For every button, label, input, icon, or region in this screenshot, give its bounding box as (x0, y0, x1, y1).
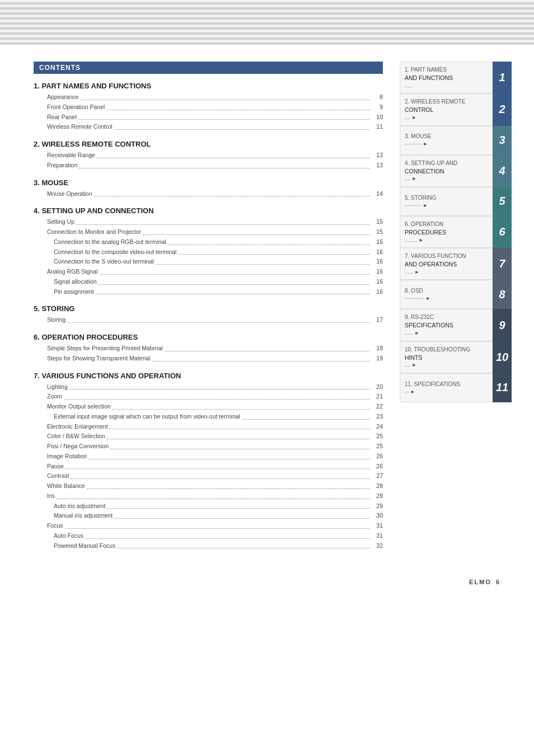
toc-page: 24 (372, 422, 383, 431)
nav-item-4[interactable]: 4. SETTING UP ANDCONNECTION.... ►4 (400, 155, 512, 187)
nav-text: 4. SETTING UP ANDCONNECTION.... ► (400, 155, 493, 187)
toc-page: 19 (372, 354, 383, 363)
toc-label: Setting Up (47, 218, 74, 227)
toc-page: 31 (372, 532, 383, 541)
nav-text: 2. WIRELESS REMOTECONTROL.... ► (400, 93, 493, 125)
nav-item-8[interactable]: 8. OSD·············· ►8 (400, 280, 512, 309)
toc-page: 23 (372, 412, 383, 421)
nav-item-7[interactable]: 7. VARIOUS FUNCTIONAND OPERATIONS...... … (400, 248, 512, 280)
nav-dots: ············ ► (405, 140, 489, 148)
toc-entry: Connection to Monitor and Projector15 (34, 227, 383, 237)
nav-item-2[interactable]: 2. WIRELESS REMOTECONTROL.... ►2 (400, 93, 512, 125)
toc-page: 15 (372, 228, 383, 237)
toc-entry: Zoom21 (34, 392, 383, 402)
toc-entry: Monitor Output selection22 (34, 402, 383, 412)
toc-page: 17 (372, 316, 383, 325)
nav-dots: ......... ► (405, 237, 489, 244)
nav-num: 5. STORING (405, 194, 489, 202)
toc-entry: Setting Up15 (34, 217, 383, 227)
nav-item-11[interactable]: 11. SPECIFICATIONS··· ►11 (400, 373, 512, 402)
nav-badge: 6 (493, 216, 512, 248)
toc-label: Connection to Monitor and Projector (47, 228, 141, 237)
toc-label: Pause (47, 462, 64, 471)
toc-page: 25 (372, 442, 383, 451)
toc-entry: Iris29 (34, 491, 383, 501)
toc-label: Manual iris adjustment (54, 511, 113, 520)
toc-column: CONTENTS 1. PART NAMES AND FUNCTIONSAppe… (34, 62, 383, 551)
toc-label: Posi / Nega Conversion (47, 442, 109, 451)
nav-item-3[interactable]: 3. MOUSE············ ►3 (400, 126, 512, 155)
brand-logo: ELMO (469, 579, 491, 585)
section-title-s1: 1. PART NAMES AND FUNCTIONS (34, 82, 383, 90)
toc-entry: White Balance28 (34, 481, 383, 491)
nav-num: 3. MOUSE (405, 133, 489, 140)
nav-dots: ·············· ► (405, 295, 489, 302)
toc-page: 29 (372, 502, 383, 511)
nav-text: 9. RS-232CSPECIFICATIONS...... ► (400, 309, 493, 341)
nav-item-6[interactable]: 6. OPERATIONPROCEDURES......... ►6 (400, 216, 512, 248)
toc-entry: Posi / Nega Conversion25 (34, 442, 383, 452)
page-number: 6 (496, 579, 500, 585)
toc-label: Connection to the composite video-out te… (54, 248, 176, 257)
toc-entry: External input image signal which can be… (34, 412, 383, 422)
toc-page: 26 (372, 452, 383, 461)
toc-label: Pin assignment (54, 288, 94, 297)
toc-label: Monitor Output selection (47, 402, 111, 411)
section-title-s2: 2. WIRELESS REMOTE CONTROL (34, 140, 383, 148)
toc-entry: Simple Steps for Presenting Printed Mate… (34, 344, 383, 354)
toc-entry: Wireless Remote Control11 (34, 122, 383, 132)
toc-entry: Front Operation Panel9 (34, 102, 383, 112)
section-title-s6: 6. OPERATION PROCEDURES (34, 333, 383, 341)
nav-item-5[interactable]: 5. STORING············ ►5 (400, 187, 512, 216)
toc-label: Electronic Enlargement (47, 422, 108, 431)
nav-item-9[interactable]: 9. RS-232CSPECIFICATIONS...... ►9 (400, 309, 512, 341)
toc-page: 16 (372, 278, 383, 287)
toc-entry: Auto iris adjustment29 (34, 501, 383, 511)
toc-page: 20 (372, 383, 383, 392)
toc-page: 11 (372, 123, 383, 132)
nav-badge: 10 (493, 341, 512, 373)
toc-page: 30 (372, 511, 383, 520)
nav-badge: 9 (493, 309, 512, 341)
section-title-s3: 3. MOUSE (34, 179, 383, 187)
nav-badge: 2 (493, 93, 512, 125)
nav-badge: 1 (493, 62, 512, 93)
nav-text: 11. SPECIFICATIONS··· ► (400, 373, 493, 402)
toc-entry: Appearance8 (34, 92, 383, 102)
toc-page: 8 (372, 93, 383, 102)
toc-entry: Connection to the analog RGB-out termina… (34, 237, 383, 247)
toc-label: Mouse Operation (47, 190, 92, 199)
nav-dots: .... ► (405, 175, 489, 182)
nav-dots: ...... ► (405, 330, 489, 337)
toc-entry: Pause26 (34, 462, 383, 472)
nav-badge: 5 (493, 187, 512, 216)
toc-page: 16 (372, 238, 383, 247)
nav-dots: .... ► (405, 114, 489, 121)
nav-label-line2: SPECIFICATIONS (405, 321, 489, 330)
toc-page: 29 (372, 492, 383, 501)
nav-item-10[interactable]: 10. TROUBLESHOOTINGHINTS.... ►10 (400, 341, 512, 373)
toc-page: 22 (372, 402, 383, 411)
nav-badge: 8 (493, 280, 512, 309)
nav-badge: 7 (493, 248, 512, 280)
toc-page: 14 (372, 190, 383, 199)
toc-entry: Color / B&W Selection25 (34, 431, 383, 442)
nav-item-1[interactable]: 1. PART NAMESAND FUNCTIONS.....1 (400, 62, 512, 93)
nav-num: 1. PART NAMES (405, 66, 489, 74)
toc-entry: Connection to the composite video-out te… (34, 247, 383, 257)
toc-entry: Steps for Showing Transparent Material19 (34, 354, 383, 364)
nav-badge: 11 (493, 373, 512, 402)
toc-label: Wireless Remote Control (47, 123, 113, 132)
toc-label: Focus (47, 522, 63, 530)
toc-entry: Signal allocation16 (34, 277, 383, 287)
nav-label-line2: HINTS (405, 354, 489, 362)
toc-label: Receivable Range (47, 151, 95, 160)
toc-entry: Analog RGB Signal16 (34, 267, 383, 277)
toc-label: Appearance (47, 93, 79, 102)
toc-entry: Electronic Enlargement24 (34, 422, 383, 432)
nav-label-line2: AND OPERATIONS (405, 260, 489, 269)
nav-num: 2. WIRELESS REMOTE (405, 98, 489, 106)
toc-page: 28 (372, 482, 383, 491)
toc-label: White Balance (47, 482, 85, 491)
nav-num: 6. OPERATION (405, 220, 489, 228)
